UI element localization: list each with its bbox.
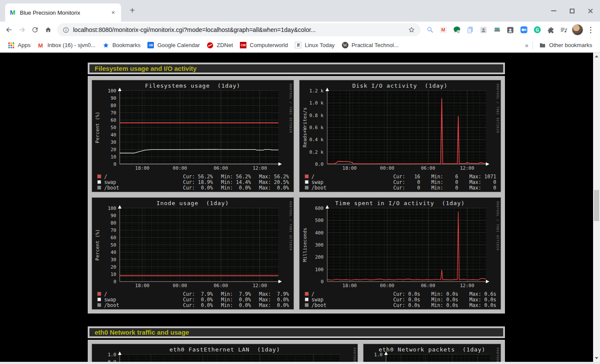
- legend-label: swap: [104, 297, 175, 303]
- books-extension-icon[interactable]: [490, 23, 504, 36]
- legend-row: /bootCur: 0.0%Min: 0.0%Max: 0.0%: [97, 185, 289, 190]
- new-tab-button[interactable]: +: [127, 6, 137, 16]
- reload-button[interactable]: [29, 23, 41, 36]
- legend-row: /bootCur: 0.0sMin: 0.0sMax: 0.0s: [305, 302, 497, 308]
- tab-title: Blue Precision Monitorix: [20, 9, 106, 16]
- tab-close-icon[interactable]: ×: [110, 9, 117, 16]
- bookmark-bookmarks[interactable]: Bookmarks: [99, 41, 144, 50]
- back-button[interactable]: [3, 23, 16, 36]
- legend-label: /: [312, 174, 383, 180]
- omnibox[interactable]: localhost:8080/monitorix-cgi/monitorix.c…: [57, 23, 421, 36]
- window-bottom-edge: [0, 362, 600, 364]
- y-tick-label: 100: [92, 206, 116, 211]
- bookmark-computerworld[interactable]: CW Computerworld: [236, 41, 291, 50]
- bookmark-linux-today[interactable]: lt Linux Today: [291, 41, 338, 50]
- minimize-button[interactable]: [548, 5, 559, 16]
- minimize-icon: [551, 10, 556, 11]
- rrdtool-watermark: RRDTOOL / TOBI OETIKER: [289, 201, 292, 251]
- scrollbar-up-arrow-icon[interactable]: [595, 55, 598, 57]
- bookmark-google-calendar[interactable]: 28 Google Calendar: [144, 41, 203, 50]
- svg-text:M: M: [441, 27, 445, 32]
- y-tick-label: 60: [92, 117, 116, 123]
- vertical-scrollbar[interactable]: [593, 53, 600, 362]
- zoom-extension-icon[interactable]: [517, 23, 530, 36]
- browser-tab[interactable]: M Blue Precision Monitorix ×: [5, 3, 121, 22]
- extensions-puzzle-icon[interactable]: [544, 23, 557, 36]
- legend-min: Min: 0.0s: [420, 291, 458, 297]
- gmail-extension-icon[interactable]: M: [437, 23, 450, 36]
- scrollbar-down-arrow-icon[interactable]: [595, 357, 598, 359]
- bookmark-label: Computerworld: [250, 42, 288, 48]
- scrollbar-thumb[interactable]: [594, 190, 599, 221]
- chart-eth0-packets[interactable]: eth0 Network packets (1day)s/sRRDTOOL / …: [363, 344, 501, 362]
- legend-max: Max: 0.0s: [458, 297, 496, 303]
- site-info-icon[interactable]: [62, 26, 70, 34]
- x-tick-label: 12:00: [249, 283, 270, 288]
- home-button[interactable]: [41, 23, 54, 36]
- bookmark-inbox[interactable]: M Inbox (16) - sjvn0...: [34, 41, 99, 50]
- legend-swatch: [305, 303, 309, 307]
- profile-avatar[interactable]: [571, 23, 584, 36]
- rrdtool-watermark: RRDTOOL / TOBI OETIKER: [496, 348, 499, 362]
- chart-filesystems-usage[interactable]: Filesystems usage (1day)Percent (%)RRDTO…: [92, 80, 294, 192]
- chart-plot: [120, 355, 339, 362]
- x-tick-label: 06:00: [418, 165, 438, 171]
- person-extension-icon[interactable]: [477, 23, 490, 36]
- section-title: Filesystem usage and I/O activity: [89, 64, 503, 73]
- legend-min: Min: 0.0s: [420, 302, 458, 308]
- forward-icon: [18, 25, 26, 34]
- bookmark-zdnet[interactable]: ZDNet: [203, 41, 236, 50]
- y-tick-label: 400: [300, 230, 324, 236]
- y-tick-label: 20: [92, 147, 116, 152]
- y-tick-label: 80: [92, 220, 116, 226]
- search-extension-icon[interactable]: [423, 23, 437, 36]
- x-tick-label: 12:00: [457, 165, 478, 171]
- chart-inode-usage[interactable]: Inode usage (1day)Percent (%)RRDTOOL / T…: [92, 197, 294, 310]
- legend-swatch: [97, 303, 101, 307]
- bookmark-apps[interactable]: Apps: [4, 41, 34, 50]
- x-tick-label: 06:00: [211, 165, 231, 171]
- maximize-button[interactable]: [566, 5, 578, 16]
- help-chat-extension-icon[interactable]: ?: [450, 23, 463, 36]
- network-charts-container: eth0 FastEthernet LAN (1day)RRDTOOL / TO…: [88, 340, 505, 362]
- legend-min: Min: 6: [420, 174, 458, 180]
- legend-min: Min: 0.0s: [420, 297, 458, 303]
- legend-row: /Cur: 7.9%Min: 7.9%Max: 7.9%: [97, 291, 289, 297]
- legend-cur: Cur: 0: [382, 185, 420, 191]
- bookmark-star-icon[interactable]: [408, 26, 415, 34]
- legend-label: /: [104, 291, 175, 297]
- other-bookmarks-button[interactable]: Other bookmarks: [536, 41, 596, 50]
- bookmark-practical-technology[interactable]: W Practical Technol...: [338, 41, 402, 50]
- grammarly-extension-icon[interactable]: G: [530, 23, 544, 36]
- close-window-button[interactable]: [584, 5, 596, 16]
- legend-max: Max: 0.0s: [458, 302, 496, 308]
- privacy-mask-extension-icon[interactable]: [504, 23, 517, 36]
- menu-dots-icon[interactable]: [584, 23, 597, 36]
- avatar-image: [572, 24, 583, 35]
- x-tick-label: 06:00: [418, 283, 438, 288]
- y-tick-label: 0: [300, 279, 324, 285]
- y-tick-label: 40: [92, 250, 116, 255]
- svg-text:M: M: [10, 9, 16, 16]
- bookmarks-overflow-chevron[interactable]: »: [523, 42, 530, 49]
- legend-min: Min: 14.4%: [213, 179, 251, 185]
- chart-time-spent-io[interactable]: Time spent in I/O activity (1day)Millise…: [299, 197, 501, 310]
- svg-text:G: G: [536, 28, 539, 32]
- chart-eth0-lan[interactable]: eth0 FastEthernet LAN (1day)RRDTOOL / TO…: [92, 344, 358, 362]
- copy-pages-extension-icon[interactable]: [463, 23, 477, 36]
- playlist-extension-icon[interactable]: [557, 23, 571, 36]
- forward-button[interactable]: [16, 23, 29, 36]
- page-content: Filesystem usage and I/O activity Filesy…: [0, 53, 600, 362]
- legend-swatch: [97, 174, 101, 178]
- y-tick-label: 60: [92, 235, 116, 241]
- chart-disk-io-activity[interactable]: Disk I/O activity (1day)Reads+Writes/sRR…: [299, 80, 501, 192]
- y-tick-label: 200: [300, 254, 324, 260]
- calendar-icon: 28: [147, 42, 154, 49]
- legend-cur: Cur: 0.0s: [382, 291, 420, 297]
- legend-row: /Cur: 56.2%Min: 56.2%Max: 56.2%: [97, 174, 289, 179]
- legend-label: /: [312, 291, 383, 297]
- folder-icon: [539, 42, 546, 49]
- chart-plot: [327, 91, 486, 164]
- legend-swatch: [97, 292, 101, 296]
- legend-max: Max: 0.6s: [458, 291, 496, 297]
